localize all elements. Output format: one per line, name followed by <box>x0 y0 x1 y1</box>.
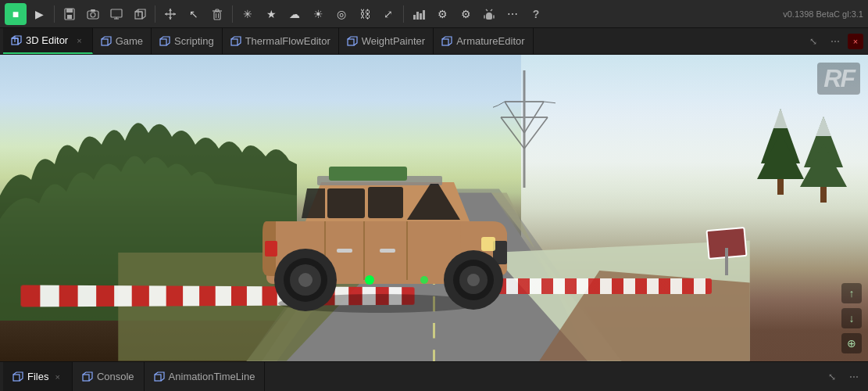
tab-3d-editor-label: 3D Editor <box>26 34 68 46</box>
transform-button[interactable] <box>159 3 181 25</box>
viewport-down-button[interactable]: ↓ <box>841 308 862 328</box>
camera-button[interactable] <box>82 3 104 25</box>
save-button[interactable] <box>59 3 80 25</box>
svg-point-4 <box>91 13 95 17</box>
bottom-more-button[interactable]: ⋯ <box>845 368 863 386</box>
more-button[interactable]: ⋯ <box>502 3 523 25</box>
separator-2 <box>155 5 155 23</box>
car-svg <box>243 120 516 315</box>
svg-point-87 <box>420 276 428 284</box>
barrier-right <box>495 278 712 294</box>
settings-button[interactable]: ⚙ <box>431 3 453 25</box>
android-button[interactable] <box>478 3 500 25</box>
svg-point-26 <box>487 14 488 16</box>
tab-armature-editor[interactable]: ArmatureEditor <box>434 28 533 54</box>
bottom-tab-console[interactable]: Console <box>73 362 145 391</box>
cursor-button[interactable]: ↖ <box>183 3 205 25</box>
tab-scripting-label: Scripting <box>174 35 214 47</box>
svg-rect-69 <box>327 188 365 218</box>
tab-thermal-flow[interactable]: ThermalFlowEditor <box>223 28 339 54</box>
svg-rect-37 <box>160 39 166 45</box>
tab-3d-editor-close[interactable]: × <box>74 35 84 46</box>
trees-right <box>757 101 851 257</box>
tab-armature-label: ArmatureEditor <box>456 35 524 47</box>
svg-point-85 <box>298 273 313 287</box>
tab-3d-editor-icon <box>11 35 22 46</box>
svg-point-27 <box>490 14 491 16</box>
viewport-icons: ↑ ↓ ⊕ <box>841 283 862 353</box>
svg-point-81 <box>467 274 480 286</box>
svg-marker-15 <box>165 13 167 16</box>
road-sign-pole <box>725 248 728 275</box>
svg-line-29 <box>491 9 492 11</box>
svg-rect-36 <box>102 39 108 45</box>
tab-expand-button[interactable]: ⤡ <box>804 32 823 51</box>
tab-armature-icon <box>441 36 452 47</box>
help-button[interactable]: ? <box>525 3 547 25</box>
tab-scripting[interactable]: Scripting <box>152 28 223 54</box>
move-button[interactable]: ⤢ <box>377 3 399 25</box>
svg-rect-67 <box>329 167 407 181</box>
tab-thermal-label: ThermalFlowEditor <box>245 35 330 47</box>
bottom-tab-actions: ⤡ ⋯ <box>823 362 868 391</box>
box-button[interactable] <box>129 3 151 25</box>
stop-button[interactable]: ■ <box>5 3 27 25</box>
tab-3d-editor[interactable]: 3D Editor × <box>3 28 93 54</box>
cloud-button[interactable]: ☁ <box>284 3 305 25</box>
brightness-button[interactable]: ☀ <box>307 3 329 25</box>
bottom-tab-files-label: Files <box>27 371 48 382</box>
svg-rect-17 <box>214 12 220 20</box>
bottom-tab-files[interactable]: Files × <box>3 362 73 391</box>
bottom-tab-console-label: Console <box>97 371 134 382</box>
svg-rect-39 <box>348 39 354 45</box>
bottom-expand-button[interactable]: ⤡ <box>823 368 841 386</box>
top-toolbar: ■ ▶ ↖ ✳ ★ ☁ ☀ ◎ ⛓ ⤢ ⚙ ⚙ ⋯ ? v0.1398 Beta… <box>0 0 868 28</box>
tab-bar: 3D Editor × Game Scripting ThermalFlowEd… <box>0 28 868 55</box>
separator-3 <box>232 5 233 23</box>
bottom-panel: Files × Console AnimationTimeLine ⤡ ⋯ <box>0 361 868 391</box>
delete-button[interactable] <box>206 3 228 25</box>
version-label: v0.1398 BetaC gl:3.1 <box>783 9 863 19</box>
svg-rect-38 <box>231 39 238 45</box>
star-button[interactable]: ★ <box>260 3 282 25</box>
play-button[interactable]: ▶ <box>28 3 50 25</box>
bottom-tab-animation-icon <box>154 371 165 382</box>
viewport-up-button[interactable]: ↑ <box>841 283 862 303</box>
svg-rect-19 <box>216 9 219 12</box>
svg-rect-61 <box>820 187 827 203</box>
viewport[interactable]: RF ↑ ↓ ⊕ <box>0 55 868 361</box>
tab-weight-icon <box>347 36 358 47</box>
chart-button[interactable] <box>408 3 430 25</box>
tab-more-button[interactable]: ⋯ <box>826 32 845 51</box>
svg-rect-2 <box>67 15 72 19</box>
viewport-nav3d-button[interactable]: ⊕ <box>841 333 862 353</box>
svg-rect-68 <box>368 187 403 218</box>
tab-weight-painter[interactable]: WeightPainter <box>339 28 434 54</box>
monitor-button[interactable] <box>105 3 127 25</box>
bottom-tab-animation[interactable]: AnimationTimeLine <box>145 362 266 391</box>
bottom-tab-animation-label: AnimationTimeLine <box>169 371 255 382</box>
separator-1 <box>54 5 55 23</box>
link-button[interactable]: ⛓ <box>354 3 376 25</box>
svg-rect-76 <box>481 237 495 251</box>
tab-game[interactable]: Game <box>93 28 152 54</box>
svg-line-55 <box>524 117 548 149</box>
settings2-button[interactable]: ⚙ <box>455 3 477 25</box>
svg-rect-6 <box>111 9 122 17</box>
circle-button[interactable]: ◎ <box>330 3 352 25</box>
svg-rect-58 <box>777 179 784 195</box>
tab-close-panel-button[interactable]: × <box>848 34 863 49</box>
bottom-tab-console-icon <box>82 371 93 382</box>
bottom-tab-files-icon <box>13 371 23 382</box>
tab-weight-label: WeightPainter <box>362 35 425 47</box>
svg-rect-1 <box>66 9 73 13</box>
svg-rect-88 <box>13 375 20 381</box>
car <box>243 120 516 315</box>
tab-game-icon <box>101 36 112 47</box>
tab-bar-actions: ⤡ ⋯ × <box>804 28 868 54</box>
light-button[interactable]: ✳ <box>237 3 259 25</box>
svg-rect-24 <box>420 13 422 20</box>
svg-marker-63 <box>816 117 831 136</box>
bottom-tab-files-close[interactable]: × <box>52 371 62 382</box>
svg-rect-73 <box>380 249 395 253</box>
